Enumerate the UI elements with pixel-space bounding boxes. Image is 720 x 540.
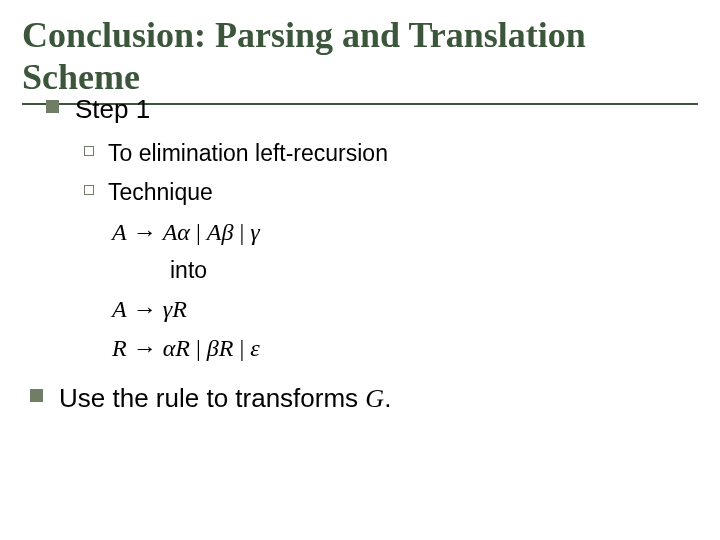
bullet-final: Use the rule to transforms G. (30, 382, 698, 416)
bullet-technique: Technique (84, 178, 698, 207)
bar-icon: | (190, 335, 207, 361)
square-bullet-icon (46, 100, 59, 113)
grammar-line-2: A → γR (112, 294, 698, 325)
sym-A: A (112, 296, 127, 322)
square-bullet-icon (30, 389, 43, 402)
bullet-final-label: Use the rule to transforms G. (59, 382, 391, 416)
final-pre: Use the rule to transforms (59, 383, 365, 413)
final-g: G (365, 384, 384, 413)
sym-gammaR: γR (163, 296, 187, 322)
grammar-line-1: A → Aα | Aβ | γ (112, 217, 698, 248)
sym-eps: ε (250, 335, 259, 361)
final-post: . (384, 383, 391, 413)
sym-betaR: βR (207, 335, 234, 361)
hollow-square-bullet-icon (84, 146, 94, 156)
bullet-step1: Step 1 (46, 93, 698, 126)
hollow-square-bullet-icon (84, 185, 94, 195)
slide-title: Conclusion: Parsing and Translation Sche… (22, 14, 698, 99)
bullet-elim: To elimination left-recursion (84, 139, 698, 168)
arrow-icon: → (127, 335, 163, 361)
sym-Aalpha: Aα (163, 219, 190, 245)
bar-icon: | (233, 335, 250, 361)
bar-icon: | (233, 219, 250, 245)
arrow-icon: → (127, 296, 163, 322)
bullet-technique-label: Technique (108, 178, 213, 207)
sym-gamma: γ (250, 219, 259, 245)
slide: Conclusion: Parsing and Translation Sche… (0, 0, 720, 540)
sym-A: A (112, 219, 127, 245)
into-label: into (170, 256, 698, 286)
sym-R: R (112, 335, 127, 361)
arrow-icon: → (127, 219, 163, 245)
bar-icon: | (190, 219, 207, 245)
bullet-elim-label: To elimination left-recursion (108, 139, 388, 168)
grammar-line-3: R → αR | βR | ε (112, 333, 698, 364)
sym-alphaR: αR (163, 335, 190, 361)
sym-Abeta: Aβ (207, 219, 234, 245)
bullet-step1-label: Step 1 (75, 93, 150, 126)
